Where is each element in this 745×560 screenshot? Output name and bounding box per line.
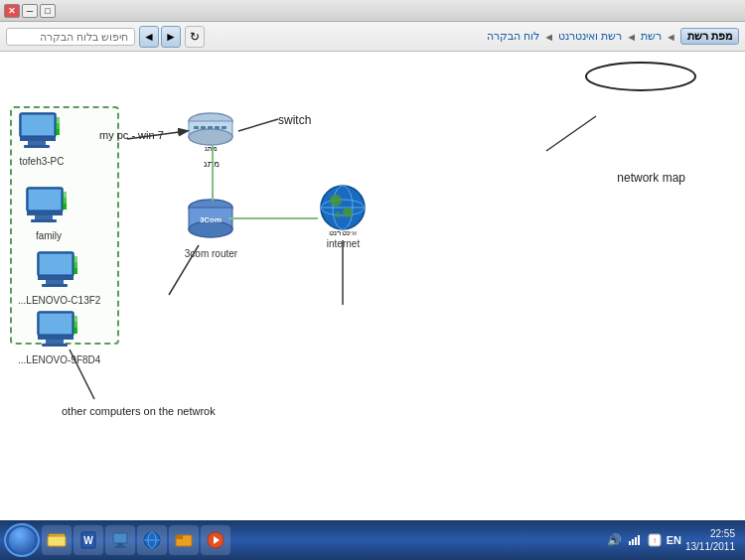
svg-rect-28: [42, 344, 68, 347]
svg-rect-21: [74, 268, 77, 274]
nav-buttons: ◄ ►: [139, 26, 181, 48]
network-map-label: network map: [617, 171, 685, 185]
lenovo1-item[interactable]: ...LENOVO-C13F2: [18, 250, 100, 307]
svg-rect-15: [63, 192, 67, 198]
svg-point-50: [343, 208, 353, 217]
taskbar: W: [0, 520, 745, 560]
svg-rect-76: [632, 539, 634, 545]
svg-rect-31: [74, 316, 77, 322]
router-internet-line: [228, 217, 318, 219]
lenovo1-icon: [36, 250, 83, 292]
router-label: 3com router: [185, 248, 237, 260]
maximize-button[interactable]: □: [40, 4, 56, 18]
taskbar-icon-word[interactable]: W: [74, 525, 103, 555]
svg-rect-78: [638, 535, 640, 545]
svg-rect-10: [27, 211, 63, 215]
svg-text:!: !: [654, 536, 656, 545]
taskbar-icon-ie[interactable]: [137, 525, 167, 555]
lenovo2-item[interactable]: ...LENOVO-9F8D4: [18, 310, 100, 366]
svg-rect-29: [74, 328, 77, 334]
tray-network-icon[interactable]: [627, 532, 643, 548]
content-area: tofeh3-PC my pc - win 7 family: [0, 52, 745, 520]
svg-rect-19: [46, 280, 64, 284]
switch-label: switch: [278, 113, 311, 127]
svg-rect-26: [38, 336, 74, 340]
taskbar-icon-media[interactable]: [201, 525, 230, 555]
breadcrumb-sep: ◄: [666, 31, 676, 43]
switch-router-line: [212, 146, 214, 201]
svg-rect-5: [56, 129, 60, 135]
svg-rect-14: [63, 198, 67, 204]
internet-icon: אינטרנט: [316, 181, 371, 235]
svg-rect-17: [40, 254, 72, 274]
breadcrumb-control[interactable]: לוח הבקרה: [487, 30, 539, 43]
my-pc-label: tofeh3-PC: [19, 156, 64, 168]
svg-rect-72: [176, 535, 183, 539]
svg-text:מתג: מתג: [205, 145, 218, 152]
breadcrumb-sep3: ◄: [543, 31, 554, 43]
svg-rect-9: [29, 190, 61, 210]
svg-point-49: [330, 195, 342, 207]
taskbar-apps: W: [42, 525, 599, 555]
svg-rect-11: [35, 215, 53, 219]
taskbar-icon-folder[interactable]: [169, 525, 199, 555]
my-pc-annotation: my pc - win 7: [99, 129, 164, 141]
tray-audio-icon[interactable]: 🔊: [607, 532, 623, 548]
start-button[interactable]: [4, 523, 40, 557]
taskbar-icon-explorer[interactable]: [42, 525, 72, 555]
svg-point-51: [335, 211, 341, 217]
breadcrumb-network[interactable]: רשת: [641, 30, 662, 43]
tray-clock: 22:55 13/11/2011: [685, 527, 735, 553]
svg-text:W: W: [83, 535, 93, 546]
tray-action-icon[interactable]: !: [647, 532, 663, 548]
internet-label: internet: [327, 238, 360, 250]
svg-rect-27: [46, 340, 64, 344]
svg-rect-7: [56, 117, 60, 123]
title-bar-buttons: ✕ ─ □: [4, 4, 56, 18]
svg-rect-25: [40, 314, 72, 334]
svg-rect-6: [56, 123, 60, 129]
my-pc-item[interactable]: tofeh3-PC: [18, 111, 66, 168]
refresh-button[interactable]: ↻: [185, 26, 205, 48]
svg-rect-65: [113, 533, 127, 543]
breadcrumb-internet[interactable]: רשת ואינטרנט: [558, 30, 622, 43]
taskbar-tray: 🔊 ! EN 22:55 13/11/2011: [601, 527, 741, 553]
family-icon: [25, 186, 73, 227]
breadcrumb-active[interactable]: מפת רשת: [680, 28, 739, 45]
tray-language[interactable]: EN: [667, 534, 681, 546]
internet-item[interactable]: אינטרנט internet: [316, 181, 371, 250]
start-orb: [9, 527, 35, 553]
close-button[interactable]: ✕: [4, 4, 20, 18]
my-pc-icon: [18, 111, 66, 153]
breadcrumb-sep2: ◄: [626, 31, 637, 43]
back-button[interactable]: ◄: [139, 26, 159, 48]
svg-text:3Com: 3Com: [200, 215, 222, 224]
svg-point-59: [586, 63, 695, 90]
svg-rect-2: [20, 137, 56, 141]
svg-text:אינטרנט: אינטרנט: [329, 228, 357, 235]
lenovo2-label: ...LENOVO-9F8D4: [18, 354, 100, 366]
svg-rect-37: [208, 126, 213, 129]
svg-rect-12: [31, 219, 57, 222]
breadcrumb: מפת רשת ◄ רשת ◄ רשת ואינטרנט ◄ לוח הבקרה: [209, 28, 739, 45]
lenovo2-icon: [36, 310, 83, 351]
svg-rect-22: [74, 262, 77, 268]
router-icon: 3Com: [184, 196, 238, 245]
svg-rect-4: [24, 145, 50, 148]
svg-rect-35: [194, 126, 199, 129]
svg-rect-3: [28, 141, 46, 145]
svg-rect-36: [201, 126, 206, 129]
taskbar-icon-network[interactable]: [105, 525, 135, 555]
family-label: family: [36, 230, 62, 242]
window: ✕ ─ □ מפת רשת ◄ רשת ◄ רשת ואינטרנט ◄ לוח…: [0, 0, 745, 560]
minimize-button[interactable]: ─: [22, 4, 38, 18]
svg-rect-18: [38, 276, 74, 280]
svg-rect-13: [63, 204, 67, 210]
family-item[interactable]: family: [25, 186, 73, 242]
lenovo1-label: ...LENOVO-C13F2: [18, 295, 100, 307]
forward-button[interactable]: ►: [161, 26, 181, 48]
svg-rect-23: [74, 256, 77, 262]
router-item[interactable]: 3Com 3com router: [184, 196, 238, 260]
svg-rect-67: [114, 546, 126, 548]
search-input[interactable]: [6, 28, 135, 46]
